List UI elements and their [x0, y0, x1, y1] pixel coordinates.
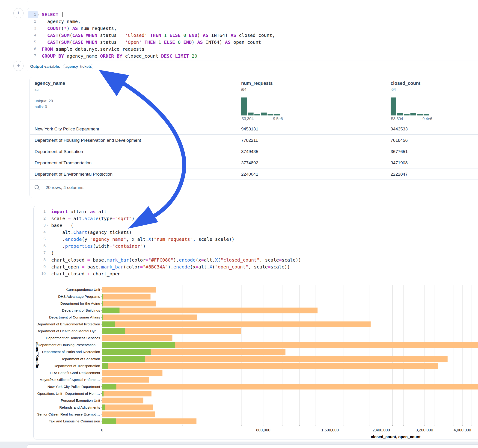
code-token — [189, 53, 192, 59]
code-line[interactable]: 9chart_open = base.mark_bar(color="#8BC3… — [34, 263, 478, 270]
table-cell[interactable]: Department of Environmental Protection — [35, 168, 113, 180]
code-line[interactable]: 5 CAST(SUM(CASE WHEN status = 'Open' THE… — [27, 39, 478, 46]
code-line[interactable]: 4 CAST(SUM(CASE WHEN status = 'Closed' T… — [27, 32, 478, 39]
code-line[interactable]: 8chart_closed = base.mark_bar(color="#FF… — [34, 256, 478, 263]
closed-count-hist-min: 53,304 — [391, 117, 403, 121]
table-cell[interactable]: 9443533 — [391, 123, 408, 135]
python-editor[interactable]: 1import altair as alt2scale = alt.Scale(… — [34, 208, 478, 277]
code-token: . — [51, 243, 65, 249]
code-line[interactable]: 3∨base = ( — [34, 222, 478, 229]
add-cell-button-middle[interactable]: + — [13, 61, 24, 71]
code-token: (width — [93, 243, 110, 249]
svg-text:Taxi and Limousine Commission: Taxi and Limousine Commission — [49, 419, 100, 423]
code-token: END — [189, 32, 197, 38]
code-token: , scale — [248, 264, 268, 270]
code-line[interactable]: 6 .properties(width="container") — [34, 243, 478, 249]
code-token — [156, 39, 158, 45]
code-token — [167, 32, 170, 38]
altair-bar-chart: Correspondence UnitDHS Advantage Program… — [35, 283, 478, 442]
add-cell-button-top[interactable]: + — [13, 8, 24, 18]
code-line[interactable]: 1∨SELECT — [27, 11, 478, 18]
code-token: base. — [85, 264, 101, 270]
code-line[interactable]: 6FROM sample_data.nyc.service_requests — [27, 46, 478, 53]
code-token: AS — [72, 25, 78, 31]
code-token: "closed_count" — [221, 257, 260, 263]
collapse-chevron-icon[interactable]: ∨ — [36, 11, 40, 18]
output-variable-pill[interactable]: agency_tickets — [63, 64, 93, 69]
code-token: ( — [69, 32, 72, 38]
code-token: THEN — [145, 39, 156, 45]
svg-text:4,000,000: 4,000,000 — [453, 428, 471, 432]
code-token: alt. — [137, 236, 148, 242]
table-cell[interactable]: Department of Transportation — [35, 157, 92, 168]
code-line[interactable]: 4 alt.Chart(agency_tickets) — [34, 229, 478, 236]
code-token: 20 — [192, 53, 197, 59]
code-line[interactable]: 10chart_closed + chart_open — [34, 270, 478, 277]
code-line[interactable]: 5 .encode(y="agency_name", x=alt.X("num_… — [34, 236, 478, 243]
column-header-closed-count[interactable]: closed_count — [391, 81, 420, 86]
svg-text:Personal Exemption Unit: Personal Exemption Unit — [61, 398, 100, 402]
code-token: "#FFC080" — [148, 257, 173, 263]
table-cell[interactable]: New York City Police Department — [35, 123, 99, 135]
code-token: agency_name, — [42, 19, 81, 24]
svg-text:3,200,000: 3,200,000 — [415, 428, 433, 432]
code-token: (color — [129, 257, 145, 263]
code-line[interactable]: 7GROUP BY agency_name ORDER BY closed_co… — [27, 53, 478, 59]
search-icon[interactable] — [34, 185, 40, 191]
table-cell[interactable]: 3749485 — [241, 146, 258, 157]
code-token: "agency_name" — [90, 236, 126, 242]
code-token: X — [215, 257, 218, 263]
code-token: SUM — [61, 39, 69, 45]
table-cell[interactable]: 3471908 — [391, 157, 408, 168]
table-cell[interactable]: 3774892 — [241, 157, 258, 168]
code-token: ( — [151, 236, 154, 242]
line-number: 6 — [27, 46, 36, 53]
code-token: import — [51, 209, 68, 214]
code-token: ELSE — [170, 32, 181, 38]
code-token: AS — [231, 32, 236, 38]
code-token: ) — [192, 39, 197, 45]
code-token: (y — [82, 236, 87, 242]
code-line[interactable]: 2scale = alt.Scale(type="sqrt") — [34, 215, 478, 222]
line-number: 5 — [34, 236, 46, 243]
table-cell[interactable]: 3677651 — [391, 146, 408, 157]
code-token — [175, 39, 178, 45]
svg-text:New York City Police Departmen: New York City Police Department — [48, 385, 100, 389]
sql-editor[interactable]: 1∨SELECT 2 agency_name,3 COUNT(*) AS num… — [27, 11, 478, 59]
code-token: closed_count, — [236, 32, 275, 38]
column-header-agency-name[interactable]: agency_name — [35, 81, 65, 86]
table-cell[interactable]: Department of Sanitation — [35, 146, 83, 157]
table-cell[interactable]: 7618456 — [391, 135, 408, 146]
code-token: Chart — [73, 230, 87, 235]
code-token: num_requests, — [78, 25, 117, 31]
code-token: = — [268, 264, 270, 270]
code-line[interactable]: 7) — [34, 249, 478, 256]
svg-text:Department of Transportation: Department of Transportation — [53, 364, 100, 368]
table-cell[interactable]: Department of Housing Preservation and D… — [35, 135, 141, 146]
code-token: = — [87, 257, 90, 263]
table-row-count: 20 rows, 4 columns — [46, 185, 83, 190]
code-token: chart_closed — [51, 271, 87, 277]
code-token: base. — [90, 257, 107, 263]
column-header-num-requests[interactable]: num_requests — [241, 81, 273, 86]
code-line[interactable]: 3 COUNT(*) AS num_requests, — [27, 25, 478, 32]
code-token: = — [68, 216, 70, 221]
code-token: 0 — [178, 39, 181, 45]
column-meta-unique: unique: 20 — [35, 99, 65, 104]
code-token: SELECT — [42, 12, 58, 17]
table-cell[interactable]: 7782211 — [241, 135, 258, 146]
svg-text:Department of Homeless Service: Department of Homeless Services — [46, 336, 100, 340]
collapse-chevron-icon[interactable]: ∨ — [46, 222, 50, 229]
num-requests-histogram — [241, 97, 281, 115]
table-cell[interactable]: 9453131 — [241, 123, 258, 135]
code-token: closed_count — [122, 53, 161, 59]
table-cell[interactable]: 2222847 — [391, 168, 408, 180]
table-cell[interactable]: 2240041 — [241, 168, 258, 180]
code-token: ) — [51, 250, 54, 256]
code-token: + — [87, 271, 90, 277]
code-token: WHEN — [86, 32, 97, 38]
line-number: 10 — [34, 270, 46, 277]
code-line[interactable]: 1import altair as alt — [34, 208, 478, 215]
code-line[interactable]: 2 agency_name, — [27, 18, 478, 25]
code-token: "#8BC34A" — [143, 264, 168, 270]
